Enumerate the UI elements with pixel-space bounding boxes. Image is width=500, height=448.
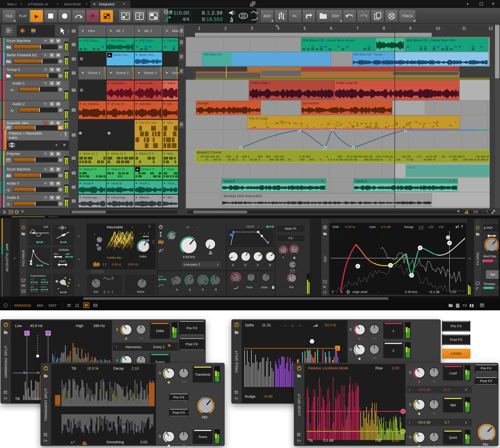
svg-text:4: 4: [419, 246, 421, 250]
svg-text:1: 1: [357, 265, 358, 268]
svg-text:⇄: ⇄: [447, 236, 449, 239]
svg-text:▶: ▶: [126, 13, 128, 16]
svg-text:2: 2: [390, 264, 391, 267]
svg-text:5: 5: [411, 274, 412, 277]
svg-text:i: i: [5, 304, 6, 307]
svg-text:3: 3: [449, 241, 450, 245]
